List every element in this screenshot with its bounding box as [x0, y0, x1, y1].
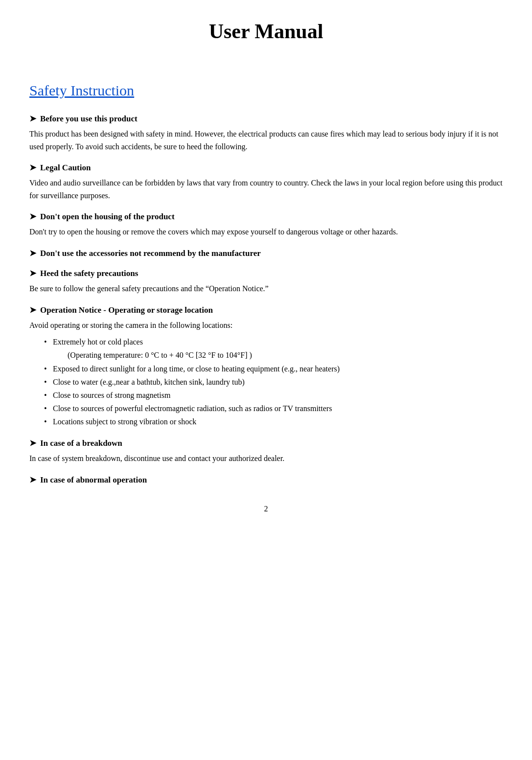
section-dont-open-housing: ➤ Don't open the housing of the product … — [29, 211, 503, 238]
arrow-icon: ➤ — [29, 211, 36, 222]
subsection-heading-abnormal: ➤ In case of abnormal operation — [29, 475, 503, 485]
list-item: Locations subject to strong vibration or… — [44, 415, 503, 428]
list-item: Extremely hot or cold places (Operating … — [44, 335, 503, 362]
list-item: Close to water (e.g.,near a bathtub, kit… — [44, 375, 503, 389]
section-legal-caution: ➤ Legal Caution Video and audio surveill… — [29, 162, 503, 202]
page-title: User Manual — [29, 20, 503, 43]
arrow-icon: ➤ — [29, 475, 36, 485]
sub-item: (Operating temperature: 0 °C to + 40 °C … — [68, 348, 503, 362]
section-heading: Safety Instruction — [29, 82, 503, 99]
section-before-use: ➤ Before you use this product This produ… — [29, 114, 503, 153]
arrow-icon: ➤ — [29, 162, 36, 173]
list-item: Exposed to direct sunlight for a long ti… — [44, 362, 503, 375]
subsection-heading-legal-caution: ➤ Legal Caution — [29, 162, 503, 173]
body-text-heed-safety: Be sure to follow the general safety pre… — [29, 282, 503, 295]
arrow-icon: ➤ — [29, 305, 36, 315]
section-heed-safety: ➤ Heed the safety precautions Be sure to… — [29, 268, 503, 295]
arrow-icon: ➤ — [29, 248, 36, 258]
subsection-heading-breakdown: ➤ In case of a breakdown — [29, 438, 503, 448]
body-text-dont-open: Don't try to open the housing or remove … — [29, 226, 503, 238]
section-operation-notice: ➤ Operation Notice - Operating or storag… — [29, 305, 503, 429]
arrow-icon: ➤ — [29, 114, 36, 124]
body-text-before-use: This product has been designed with safe… — [29, 128, 503, 153]
subsection-heading-heed-safety: ➤ Heed the safety precautions — [29, 268, 503, 278]
arrow-icon: ➤ — [29, 438, 36, 448]
body-text-legal-caution: Video and audio surveillance can be forb… — [29, 177, 503, 202]
arrow-icon: ➤ — [29, 268, 36, 278]
operation-notice-list: Extremely hot or cold places (Operating … — [44, 335, 503, 428]
page-number: 2 — [29, 505, 503, 513]
subsection-heading-operation-notice: ➤ Operation Notice - Operating or storag… — [29, 305, 503, 315]
subsection-heading-dont-accessories: ➤ Don't use the accessories not recommen… — [29, 248, 503, 258]
subsection-heading-dont-open: ➤ Don't open the housing of the product — [29, 211, 503, 222]
section-abnormal-operation: ➤ In case of abnormal operation — [29, 475, 503, 485]
list-item: Close to sources of strong magnetism — [44, 389, 503, 402]
body-text-breakdown: In case of system breakdown, discontinue… — [29, 452, 503, 465]
subsection-heading-before-use: ➤ Before you use this product — [29, 114, 503, 124]
section-dont-use-accessories: ➤ Don't use the accessories not recommen… — [29, 248, 503, 258]
list-item: Close to sources of powerful electromagn… — [44, 402, 503, 415]
operation-notice-intro: Avoid operating or storing the camera in… — [29, 319, 503, 332]
section-breakdown: ➤ In case of a breakdown In case of syst… — [29, 438, 503, 465]
